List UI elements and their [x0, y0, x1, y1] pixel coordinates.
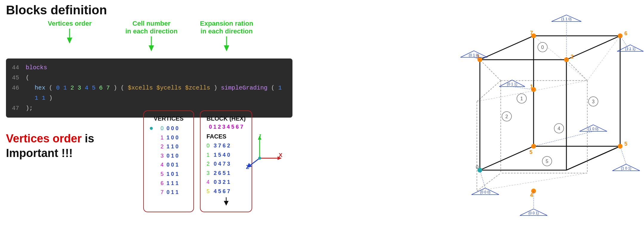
- faces-title: FACES: [207, 133, 246, 140]
- svg-text:1: 1: [530, 84, 533, 90]
- svg-line-41: [587, 36, 620, 81]
- svg-text:3: 3: [592, 99, 595, 104]
- svg-text:(1 0 0): (1 0 0): [588, 127, 599, 131]
- svg-text:0: 0: [541, 45, 544, 50]
- svg-text:7: 7: [530, 30, 533, 36]
- svg-line-43: [477, 173, 587, 191]
- svg-line-28: [566, 36, 620, 60]
- svg-text:(1 0 1): (1 0 1): [621, 166, 631, 170]
- svg-text:(0 1 0): (0 1 0): [469, 53, 479, 57]
- svg-line-29: [480, 36, 534, 60]
- svg-text:(0 0 0): (0 0 0): [480, 190, 491, 194]
- svg-text:2: 2: [571, 54, 574, 60]
- svg-line-25: [566, 60, 587, 81]
- svg-marker-3: [149, 45, 154, 51]
- block-table-title: BLOCK (HEX): [207, 115, 246, 122]
- 3d-cube-diagram: 0 1 1 2 3 4 5 2 3 6 1 5 4: [441, 0, 644, 234]
- svg-marker-7: [224, 201, 229, 206]
- block-table: BLOCK (HEX) 0 1 2 3 4 5 6 7 FACES 0 3 7 …: [200, 110, 252, 212]
- svg-text:1: 1: [520, 96, 523, 101]
- annotation-expansion: Expansion ration in each direction: [200, 20, 253, 53]
- svg-text:(0 1 1): (0 1 1): [507, 82, 517, 86]
- svg-text:Y: Y: [258, 134, 262, 138]
- svg-line-96: [534, 131, 593, 146]
- svg-text:X: X: [279, 152, 282, 158]
- svg-text:5: 5: [546, 159, 549, 164]
- svg-text:5: 5: [529, 149, 532, 155]
- svg-text:(1 1 0): (1 1 0): [561, 17, 572, 21]
- svg-line-93: [620, 146, 626, 164]
- blocks-title: Blocks definition: [6, 3, 292, 17]
- vertices-table: VERTICES 0 0 0 0 1 1 0 0 2 1 1 0 3 0 1 0: [143, 110, 194, 212]
- vertices-important-text: Vertices order is Important !!!: [6, 131, 94, 161]
- svg-marker-5: [224, 45, 229, 51]
- svg-line-23: [477, 173, 501, 191]
- svg-point-17: [258, 157, 261, 160]
- vertices-table-title: VERTICES: [150, 115, 187, 122]
- faces-list: 0 3 7 6 2 1 1 5 4 0 2 0 4 7 3 3 2 6 5 1 …: [207, 141, 246, 196]
- svg-text:4: 4: [558, 126, 560, 131]
- svg-marker-1: [67, 38, 72, 44]
- svg-text:5: 5: [624, 141, 627, 147]
- svg-line-39: [566, 146, 620, 170]
- block-subtitle: 0 1 2 3 4 5 6 7: [207, 124, 246, 130]
- svg-line-37: [480, 146, 534, 170]
- annotation-cell-number: Cell number in each direction: [125, 20, 178, 53]
- annotation-vertices: Vertices order: [48, 20, 92, 45]
- svg-text:2: 2: [506, 114, 508, 119]
- svg-text:(1 1 1): (1 1 1): [625, 47, 636, 51]
- svg-line-26: [480, 60, 501, 81]
- svg-text:Z: Z: [246, 164, 249, 170]
- svg-point-97: [618, 144, 623, 149]
- svg-text:4: 4: [530, 192, 533, 198]
- coordinate-axes: Y X Z: [245, 134, 281, 170]
- svg-text:(0 0 1): (0 0 1): [529, 211, 539, 215]
- face5-arrow: [207, 197, 246, 207]
- svg-line-20: [477, 81, 501, 101]
- tables-section: VERTICES 0 0 0 0 1 1 0 0 2 1 1 0 3 0 1 0: [143, 110, 252, 212]
- code-block: 44 blocks 45 ( 46 hex ( 0 1 2 3 4 5 6 7 …: [6, 59, 292, 118]
- svg-text:6: 6: [624, 30, 627, 36]
- vertices-list: 0 0 0 0 1 1 0 0 2 1 1 0 3 0 1 0 4 0: [150, 124, 187, 197]
- svg-text:0: 0: [476, 164, 479, 170]
